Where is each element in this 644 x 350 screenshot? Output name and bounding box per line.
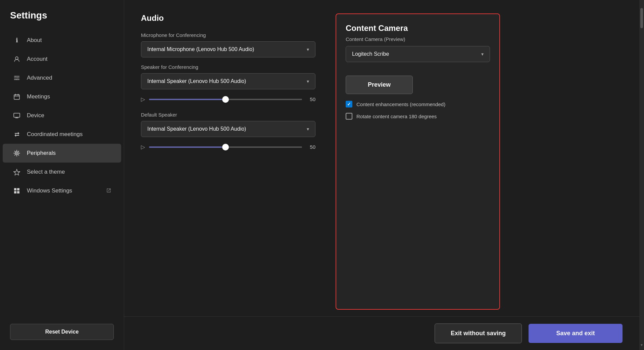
- sidebar-item-label: Windows Settings: [27, 187, 100, 194]
- reset-device-button[interactable]: Reset Device: [10, 324, 114, 340]
- svg-rect-11: [14, 113, 20, 117]
- play-icon[interactable]: ▷: [141, 96, 145, 102]
- meetings-icon: [13, 93, 21, 101]
- default-speaker-dropdown[interactable]: Internal Speaker (Lenovo Hub 500 Audio) …: [141, 121, 315, 137]
- default-speaker-value: Internal Speaker (Lenovo Hub 500 Audio): [147, 126, 246, 132]
- sidebar-item-label: Advanced: [27, 75, 111, 81]
- coordinated-icon: ⇄: [13, 130, 21, 138]
- account-icon: [13, 55, 21, 63]
- sidebar-item-coordinated[interactable]: ⇄ Coordinated meetings: [3, 125, 121, 144]
- external-link-icon: [106, 188, 111, 194]
- chevron-down-icon: ▾: [481, 51, 484, 57]
- svg-rect-19: [17, 191, 19, 193]
- sidebar-item-label: Device: [27, 112, 111, 119]
- preview-button[interactable]: Preview: [346, 76, 413, 94]
- chevron-down-icon: ▾: [307, 47, 309, 52]
- sidebar-item-theme[interactable]: Select a theme: [3, 163, 121, 181]
- default-speaker-volume-slider[interactable]: [149, 146, 302, 148]
- camera-section: Content Camera Content Camera (Preview) …: [336, 13, 500, 310]
- speaker-volume-value: 50: [306, 96, 315, 102]
- settings-title: Settings: [0, 10, 124, 31]
- rotate-label: Rotate content camera 180 degrees: [356, 114, 437, 119]
- default-speaker-volume-value: 50: [306, 144, 315, 150]
- sidebar-item-about[interactable]: ℹ About: [3, 31, 121, 50]
- scroll-down-icon[interactable]: ▾: [641, 343, 643, 347]
- chevron-down-icon: ▾: [307, 126, 309, 132]
- content-area: Audio Microphone for Conferencing Intern…: [124, 0, 639, 316]
- svg-rect-18: [14, 191, 16, 193]
- svg-rect-17: [17, 188, 19, 190]
- footer: Exit without saving Save and exit: [124, 316, 639, 350]
- audio-title: Audio: [141, 13, 315, 23]
- speaker-volume-container: ▷ 50: [141, 96, 315, 102]
- info-icon: ℹ: [13, 36, 21, 44]
- camera-preview-label: Content Camera (Preview): [346, 36, 490, 42]
- sidebar-item-label: Select a theme: [27, 169, 111, 175]
- scrollbar-thumb[interactable]: [640, 8, 643, 28]
- microphone-value: Internal Microphone (Lenovo Hub 500 Audi…: [147, 46, 254, 52]
- enhancements-checkbox[interactable]: [346, 101, 352, 107]
- speaker-dropdown[interactable]: Internal Speaker (Lenovo Hub 500 Audio) …: [141, 73, 315, 89]
- sidebar-item-label: Account: [27, 56, 111, 62]
- sidebar-bottom: Reset Device: [0, 320, 124, 343]
- svg-rect-16: [14, 188, 16, 190]
- sidebar-item-label: Coordinated meetings: [27, 131, 111, 138]
- sidebar-item-account[interactable]: Account: [3, 50, 121, 69]
- speaker-label: Speaker for Conferencing: [141, 64, 315, 70]
- audio-section: Audio Microphone for Conferencing Intern…: [141, 13, 315, 310]
- sidebar-item-label: Meetings: [27, 93, 111, 100]
- save-and-exit-button[interactable]: Save and exit: [529, 324, 623, 343]
- microphone-dropdown[interactable]: Internal Microphone (Lenovo Hub 500 Audi…: [141, 41, 315, 57]
- sidebar-item-advanced[interactable]: Advanced: [3, 69, 121, 87]
- sidebar-item-meetings[interactable]: Meetings: [3, 87, 121, 106]
- windows-icon: [13, 187, 21, 195]
- main-content: Audio Microphone for Conferencing Intern…: [124, 0, 639, 350]
- default-speaker-volume-container: ▷ 50: [141, 144, 315, 150]
- svg-rect-7: [14, 95, 19, 99]
- camera-value: Logitech Scribe: [352, 51, 389, 57]
- speaker-volume-slider[interactable]: [149, 99, 302, 100]
- device-icon: [13, 112, 21, 120]
- sidebar-item-windows[interactable]: Windows Settings: [3, 181, 121, 200]
- sidebar-item-peripherals[interactable]: Peripherals: [3, 144, 121, 163]
- scrollbar[interactable]: ▾: [639, 0, 644, 350]
- sidebar-item-label: Peripherals: [27, 150, 111, 157]
- theme-icon: [13, 168, 21, 176]
- default-speaker-label: Default Speaker: [141, 112, 315, 118]
- svg-point-0: [15, 57, 18, 59]
- svg-point-15: [16, 153, 17, 154]
- camera-title: Content Camera: [346, 24, 490, 33]
- rotate-checkbox[interactable]: [346, 113, 352, 120]
- camera-dropdown[interactable]: Logitech Scribe ▾: [346, 46, 490, 62]
- sidebar: Settings ℹ About Account Advanced: [0, 0, 124, 350]
- enhancements-label: Content enhancements (recommended): [356, 101, 445, 107]
- rotate-row: Rotate content camera 180 degrees: [346, 113, 490, 120]
- sidebar-item-label: About: [27, 37, 111, 44]
- play-icon[interactable]: ▷: [141, 144, 145, 150]
- sidebar-item-device[interactable]: Device: [3, 106, 121, 125]
- advanced-icon: [13, 74, 21, 82]
- enhancements-row: Content enhancements (recommended): [346, 101, 490, 107]
- svg-line-20: [108, 189, 110, 191]
- speaker-value: Internal Speaker (Lenovo Hub 500 Audio): [147, 78, 246, 84]
- peripherals-icon: [13, 149, 21, 157]
- chevron-down-icon: ▾: [307, 79, 309, 84]
- microphone-label: Microphone for Conferencing: [141, 32, 315, 38]
- exit-without-saving-button[interactable]: Exit without saving: [435, 323, 522, 343]
